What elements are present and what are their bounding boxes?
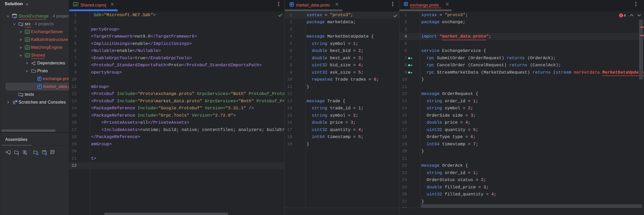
- svg-text:P: P: [405, 3, 407, 5]
- svg-text:C#: C#: [26, 31, 29, 33]
- svg-text:P: P: [39, 85, 40, 88]
- svg-text:4: 4: [624, 13, 626, 17]
- svg-text:P: P: [291, 3, 293, 6]
- svg-text:C#: C#: [74, 3, 77, 6]
- svg-text:C#: C#: [26, 46, 29, 49]
- svg-text:C#: C#: [26, 54, 29, 57]
- svg-text:P: P: [39, 77, 40, 80]
- svg-text:C#: C#: [26, 39, 29, 41]
